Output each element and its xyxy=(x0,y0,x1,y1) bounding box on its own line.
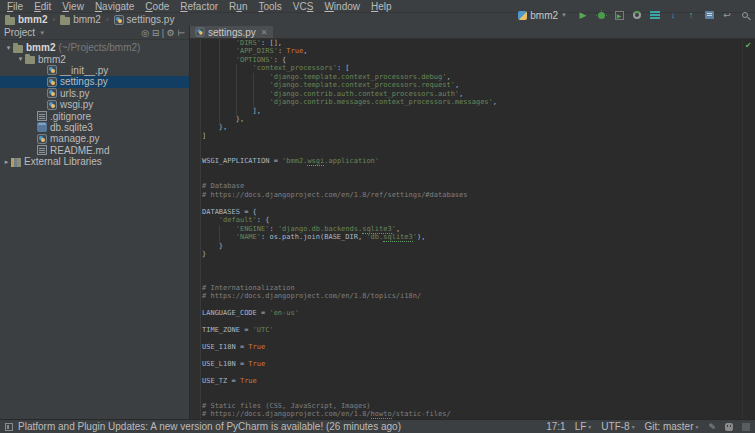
code-line[interactable]: # Database xyxy=(202,182,741,190)
tree-item-manage-py[interactable]: manage.py xyxy=(0,133,189,144)
tree-item-bmm2[interactable]: ▾bmm2 (~/Projects/bmm2) xyxy=(0,42,189,53)
breadcrumb-settings-py[interactable]: settings.py xyxy=(114,14,175,25)
code-line[interactable]: 'OPTIONS': { xyxy=(202,56,741,64)
tree-item-wsgi-py[interactable]: wsgi.py xyxy=(0,99,189,110)
git-branch-widget[interactable]: Git: master▼ xyxy=(645,421,700,432)
menu-tools[interactable]: Tools xyxy=(258,1,281,12)
code-line[interactable] xyxy=(202,385,741,393)
code-line[interactable]: # https://docs.djangoproject.com/en/1.8/… xyxy=(202,410,741,418)
console-icon[interactable] xyxy=(649,9,661,21)
menu-code[interactable]: Code xyxy=(145,1,169,12)
code-line[interactable]: WSGI_APPLICATION = 'bmm2.wsgi.applicatio… xyxy=(202,157,741,165)
scroll-from-source-icon[interactable]: ◎ xyxy=(141,28,151,38)
highlighting-level-icon[interactable] xyxy=(725,423,733,431)
code-line[interactable]: DATABASES = { xyxy=(202,208,741,216)
code-line[interactable]: # https://docs.djangoproject.com/en/1.8/… xyxy=(202,292,741,300)
line-separator-widget[interactable]: LF▼ xyxy=(575,421,593,432)
menu-edit[interactable]: Edit xyxy=(34,1,51,12)
code-line[interactable]: # https://docs.djangoproject.com/en/1.8/… xyxy=(202,191,741,199)
code-line[interactable]: 'DIRS': [], xyxy=(202,39,741,47)
code-line[interactable]: 'APP_DIRS': True, xyxy=(202,47,741,55)
run-icon[interactable]: ▶ xyxy=(577,9,589,21)
settings-gear-icon[interactable]: ⚙ xyxy=(167,28,178,38)
tree-item-settings-py[interactable]: settings.py xyxy=(0,76,189,87)
code-line[interactable]: 'default': { xyxy=(202,216,741,224)
menu-window[interactable]: Window xyxy=(324,1,360,12)
code-line[interactable]: USE_TZ = True xyxy=(202,377,741,385)
code-line[interactable] xyxy=(202,149,741,157)
collapse-all-icon[interactable]: ⊟ xyxy=(152,28,162,38)
tree-item-bmm2[interactable]: ▾bmm2 xyxy=(0,53,189,64)
menu-navigate[interactable]: Navigate xyxy=(95,1,134,12)
inspection-stripe[interactable]: ✔ xyxy=(742,39,755,419)
breadcrumb-bmm2[interactable]: bmm2 xyxy=(5,14,47,25)
code-line[interactable]: # Internationalization xyxy=(202,284,741,292)
encoding-widget[interactable]: UTF-8▼ xyxy=(601,421,635,432)
code-line[interactable]: ] xyxy=(202,132,741,140)
code-area[interactable]: 'DIRS': [], 'APP_DIRS': True, 'OPTIONS':… xyxy=(190,39,755,419)
readonly-toggle-icon[interactable]: ✎ xyxy=(708,422,716,432)
memory-indicator-icon[interactable] xyxy=(742,423,750,431)
vcs-commit-icon[interactable]: ↑ xyxy=(685,9,697,21)
code-line[interactable] xyxy=(202,275,741,283)
code-line[interactable] xyxy=(202,301,741,309)
tree-expanded-icon[interactable]: ▾ xyxy=(4,44,13,52)
toolwindow-switcher-icon[interactable] xyxy=(5,423,13,431)
code-line[interactable]: 'NAME': os.path.join(BASE_DIR, 'db.sqlit… xyxy=(202,233,741,241)
menu-file[interactable]: File xyxy=(7,1,23,12)
code-line[interactable]: 'django.contrib.auth.context_processors.… xyxy=(202,90,741,98)
vcs-dialog-icon[interactable] xyxy=(703,9,715,21)
code-line[interactable] xyxy=(202,174,741,182)
code-line[interactable] xyxy=(202,258,741,266)
code-line[interactable]: 'django.template.context_processors.requ… xyxy=(202,81,741,89)
tree-item-__init__-py[interactable]: __init__.py xyxy=(0,65,189,76)
code-line[interactable] xyxy=(202,199,741,207)
caret-position-widget[interactable]: 17:1 xyxy=(546,421,565,432)
code-line[interactable] xyxy=(202,334,741,342)
menu-refactor[interactable]: Refactor xyxy=(180,1,218,12)
code-line[interactable] xyxy=(202,351,741,359)
code-line[interactable]: USE_L10N = True xyxy=(202,360,741,368)
hide-panel-icon[interactable]: ⊢ xyxy=(177,28,185,38)
code-line[interactable]: }, xyxy=(202,115,741,123)
debug-icon[interactable] xyxy=(595,9,607,21)
code-line[interactable]: 'django.contrib.messages.context_process… xyxy=(202,98,741,106)
code-line[interactable]: 'context_processors': [ xyxy=(202,64,741,72)
search-everywhere-icon[interactable] xyxy=(739,9,751,21)
code-line[interactable]: } xyxy=(202,242,741,250)
run-with-coverage-icon[interactable]: ▶ xyxy=(613,9,625,21)
menu-view[interactable]: View xyxy=(62,1,84,12)
code-line[interactable] xyxy=(202,166,741,174)
code-line[interactable] xyxy=(202,267,741,275)
code-line[interactable]: }, xyxy=(202,123,741,131)
code-line[interactable]: TIME_ZONE = 'UTC' xyxy=(202,326,741,334)
close-icon[interactable]: ✕ xyxy=(261,28,268,37)
menu-help[interactable]: Help xyxy=(371,1,392,12)
breadcrumb-bmm2[interactable]: bmm2 xyxy=(60,14,101,25)
tree-item--gitignore[interactable]: .gitignore xyxy=(0,110,189,121)
code-line[interactable]: ], xyxy=(202,107,741,115)
code-line[interactable]: 'ENGINE': 'django.db.backends.sqlite3', xyxy=(202,225,741,233)
chevron-down-icon[interactable]: ▼ xyxy=(39,30,45,36)
code-line[interactable] xyxy=(202,317,741,325)
code-line[interactable] xyxy=(202,140,741,148)
code-line[interactable]: USE_I18N = True xyxy=(202,343,741,351)
undo-icon[interactable]: ↩ xyxy=(721,9,733,21)
code-line[interactable]: } xyxy=(202,250,741,258)
code-line[interactable]: 'django.template.context_processors.debu… xyxy=(202,73,741,81)
profiler-icon[interactable] xyxy=(631,9,643,21)
code-line[interactable] xyxy=(202,368,741,376)
code-line[interactable]: LANGUAGE_CODE = 'en-us' xyxy=(202,309,741,317)
tree-item-readme-md[interactable]: README.md xyxy=(0,145,189,156)
menu-run[interactable]: Run xyxy=(229,1,247,12)
run-configuration-selector[interactable]: bmm2 ▼ xyxy=(518,10,567,21)
tab-settings-py[interactable]: settings.py ✕ xyxy=(190,26,273,38)
code-line[interactable] xyxy=(202,393,741,401)
status-message[interactable]: Platform and Plugin Updates: A new versi… xyxy=(18,421,401,432)
tree-collapsed-icon[interactable]: ▸ xyxy=(2,158,11,166)
tree-item-db-sqlite3[interactable]: db.sqlite3 xyxy=(0,122,189,133)
vcs-update-icon[interactable]: ↓ xyxy=(667,9,679,21)
tree-expanded-icon[interactable]: ▾ xyxy=(16,55,25,63)
tree-item-external-libraries[interactable]: ▸External Libraries xyxy=(0,156,189,167)
menu-vcs[interactable]: VCS xyxy=(293,1,314,12)
